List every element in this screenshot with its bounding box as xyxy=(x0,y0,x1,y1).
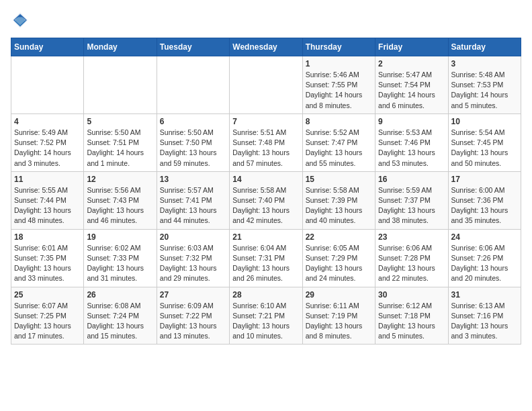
day-info: Sunrise: 5:53 AM Sunset: 7:46 PM Dayligh… xyxy=(378,128,445,169)
calendar-cell: 12Sunrise: 5:56 AM Sunset: 7:43 PM Dayli… xyxy=(84,171,157,229)
day-info: Sunrise: 6:08 AM Sunset: 7:24 PM Dayligh… xyxy=(87,301,153,342)
calendar-cell: 5Sunrise: 5:50 AM Sunset: 7:51 PM Daylig… xyxy=(84,113,157,171)
day-number: 15 xyxy=(306,175,372,184)
calendar-cell: 1Sunrise: 5:46 AM Sunset: 7:55 PM Daylig… xyxy=(302,56,375,114)
calendar-week-3: 11Sunrise: 5:55 AM Sunset: 7:44 PM Dayli… xyxy=(11,171,521,229)
day-info: Sunrise: 5:46 AM Sunset: 7:55 PM Dayligh… xyxy=(306,70,372,111)
day-number: 10 xyxy=(451,117,518,126)
day-info: Sunrise: 6:10 AM Sunset: 7:21 PM Dayligh… xyxy=(232,301,299,342)
day-number: 21 xyxy=(232,232,299,242)
logo-icon xyxy=(11,11,30,30)
day-info: Sunrise: 6:06 AM Sunset: 7:26 PM Dayligh… xyxy=(451,243,518,284)
day-info: Sunrise: 6:03 AM Sunset: 7:32 PM Dayligh… xyxy=(160,243,226,284)
day-number: 17 xyxy=(451,175,518,184)
calendar-week-2: 4Sunrise: 5:49 AM Sunset: 7:52 PM Daylig… xyxy=(11,113,521,171)
calendar-cell: 15Sunrise: 5:58 AM Sunset: 7:39 PM Dayli… xyxy=(302,171,375,229)
calendar-cell: 6Sunrise: 5:50 AM Sunset: 7:50 PM Daylig… xyxy=(157,113,229,171)
day-info: Sunrise: 5:57 AM Sunset: 7:41 PM Dayligh… xyxy=(160,185,226,226)
calendar-cell xyxy=(157,56,229,114)
day-info: Sunrise: 5:54 AM Sunset: 7:45 PM Dayligh… xyxy=(451,128,518,169)
day-info: Sunrise: 6:02 AM Sunset: 7:33 PM Dayligh… xyxy=(87,243,153,284)
calendar-cell: 9Sunrise: 5:53 AM Sunset: 7:46 PM Daylig… xyxy=(375,113,448,171)
day-number: 3 xyxy=(451,59,518,68)
weekday-header-wednesday: Wednesday xyxy=(230,38,302,56)
weekday-header-tuesday: Tuesday xyxy=(157,38,229,56)
calendar-cell: 7Sunrise: 5:51 AM Sunset: 7:48 PM Daylig… xyxy=(230,113,302,171)
weekday-header-saturday: Saturday xyxy=(448,38,521,56)
day-info: Sunrise: 5:48 AM Sunset: 7:53 PM Dayligh… xyxy=(451,70,518,111)
day-number: 25 xyxy=(14,290,81,300)
day-info: Sunrise: 5:55 AM Sunset: 7:44 PM Dayligh… xyxy=(14,185,81,226)
day-number: 24 xyxy=(451,232,518,242)
weekday-header-friday: Friday xyxy=(375,38,448,56)
day-number: 27 xyxy=(160,290,226,300)
day-number: 8 xyxy=(306,117,372,126)
calendar-week-1: 1Sunrise: 5:46 AM Sunset: 7:55 PM Daylig… xyxy=(11,56,521,114)
calendar-cell: 3Sunrise: 5:48 AM Sunset: 7:53 PM Daylig… xyxy=(448,56,521,114)
day-info: Sunrise: 5:51 AM Sunset: 7:48 PM Dayligh… xyxy=(232,128,299,169)
day-info: Sunrise: 5:58 AM Sunset: 7:40 PM Dayligh… xyxy=(232,185,299,226)
page-header xyxy=(11,11,521,30)
calendar-cell: 11Sunrise: 5:55 AM Sunset: 7:44 PM Dayli… xyxy=(11,171,84,229)
day-number: 9 xyxy=(378,117,445,126)
calendar-cell: 19Sunrise: 6:02 AM Sunset: 7:33 PM Dayli… xyxy=(84,229,157,287)
day-info: Sunrise: 5:50 AM Sunset: 7:51 PM Dayligh… xyxy=(87,128,153,169)
calendar-cell: 28Sunrise: 6:10 AM Sunset: 7:21 PM Dayli… xyxy=(230,287,302,345)
weekday-header-sunday: Sunday xyxy=(11,38,84,56)
day-number: 12 xyxy=(87,175,153,184)
day-info: Sunrise: 5:49 AM Sunset: 7:52 PM Dayligh… xyxy=(14,128,81,169)
day-number: 7 xyxy=(232,117,299,126)
calendar-cell: 18Sunrise: 6:01 AM Sunset: 7:35 PM Dayli… xyxy=(11,229,84,287)
day-info: Sunrise: 6:07 AM Sunset: 7:25 PM Dayligh… xyxy=(14,301,81,342)
calendar-cell: 31Sunrise: 6:13 AM Sunset: 7:16 PM Dayli… xyxy=(448,287,521,345)
calendar-table: SundayMondayTuesdayWednesdayThursdayFrid… xyxy=(11,38,521,345)
day-info: Sunrise: 6:09 AM Sunset: 7:22 PM Dayligh… xyxy=(160,301,226,342)
day-number: 20 xyxy=(160,232,226,242)
day-number: 14 xyxy=(232,175,299,184)
calendar-cell: 16Sunrise: 5:59 AM Sunset: 7:37 PM Dayli… xyxy=(375,171,448,229)
day-info: Sunrise: 6:00 AM Sunset: 7:36 PM Dayligh… xyxy=(451,185,518,226)
day-number: 6 xyxy=(160,117,226,126)
day-info: Sunrise: 5:58 AM Sunset: 7:39 PM Dayligh… xyxy=(306,185,372,226)
calendar-cell: 4Sunrise: 5:49 AM Sunset: 7:52 PM Daylig… xyxy=(11,113,84,171)
day-number: 28 xyxy=(232,290,299,300)
day-number: 31 xyxy=(451,290,518,300)
weekday-header-thursday: Thursday xyxy=(302,38,375,56)
day-info: Sunrise: 5:52 AM Sunset: 7:47 PM Dayligh… xyxy=(306,128,372,169)
day-number: 18 xyxy=(14,232,81,242)
logo xyxy=(11,11,32,30)
calendar-cell: 29Sunrise: 6:11 AM Sunset: 7:19 PM Dayli… xyxy=(302,287,375,345)
day-number: 26 xyxy=(87,290,153,300)
day-info: Sunrise: 6:01 AM Sunset: 7:35 PM Dayligh… xyxy=(14,243,81,284)
day-info: Sunrise: 5:47 AM Sunset: 7:54 PM Dayligh… xyxy=(378,70,445,111)
day-number: 4 xyxy=(14,117,81,126)
calendar-cell: 13Sunrise: 5:57 AM Sunset: 7:41 PM Dayli… xyxy=(157,171,229,229)
calendar-cell: 20Sunrise: 6:03 AM Sunset: 7:32 PM Dayli… xyxy=(157,229,229,287)
day-number: 29 xyxy=(306,290,372,300)
calendar-cell: 22Sunrise: 6:05 AM Sunset: 7:29 PM Dayli… xyxy=(302,229,375,287)
weekday-header-row: SundayMondayTuesdayWednesdayThursdayFrid… xyxy=(11,38,521,56)
day-info: Sunrise: 5:56 AM Sunset: 7:43 PM Dayligh… xyxy=(87,185,153,226)
day-number: 16 xyxy=(378,175,445,184)
day-info: Sunrise: 6:11 AM Sunset: 7:19 PM Dayligh… xyxy=(306,301,372,342)
day-info: Sunrise: 5:50 AM Sunset: 7:50 PM Dayligh… xyxy=(160,128,226,169)
day-number: 19 xyxy=(87,232,153,242)
day-info: Sunrise: 6:05 AM Sunset: 7:29 PM Dayligh… xyxy=(306,243,372,284)
day-number: 11 xyxy=(14,175,81,184)
calendar-cell: 23Sunrise: 6:06 AM Sunset: 7:28 PM Dayli… xyxy=(375,229,448,287)
calendar-week-5: 25Sunrise: 6:07 AM Sunset: 7:25 PM Dayli… xyxy=(11,287,521,345)
day-info: Sunrise: 6:13 AM Sunset: 7:16 PM Dayligh… xyxy=(451,301,518,342)
day-number: 22 xyxy=(306,232,372,242)
day-number: 30 xyxy=(378,290,445,300)
calendar-cell: 24Sunrise: 6:06 AM Sunset: 7:26 PM Dayli… xyxy=(448,229,521,287)
calendar-week-4: 18Sunrise: 6:01 AM Sunset: 7:35 PM Dayli… xyxy=(11,229,521,287)
calendar-cell: 27Sunrise: 6:09 AM Sunset: 7:22 PM Dayli… xyxy=(157,287,229,345)
calendar-cell: 25Sunrise: 6:07 AM Sunset: 7:25 PM Dayli… xyxy=(11,287,84,345)
calendar-cell: 17Sunrise: 6:00 AM Sunset: 7:36 PM Dayli… xyxy=(448,171,521,229)
day-info: Sunrise: 6:04 AM Sunset: 7:31 PM Dayligh… xyxy=(232,243,299,284)
weekday-header-monday: Monday xyxy=(84,38,157,56)
day-info: Sunrise: 5:59 AM Sunset: 7:37 PM Dayligh… xyxy=(378,185,445,226)
calendar-cell: 8Sunrise: 5:52 AM Sunset: 7:47 PM Daylig… xyxy=(302,113,375,171)
calendar-cell: 14Sunrise: 5:58 AM Sunset: 7:40 PM Dayli… xyxy=(230,171,302,229)
day-info: Sunrise: 6:12 AM Sunset: 7:18 PM Dayligh… xyxy=(378,301,445,342)
